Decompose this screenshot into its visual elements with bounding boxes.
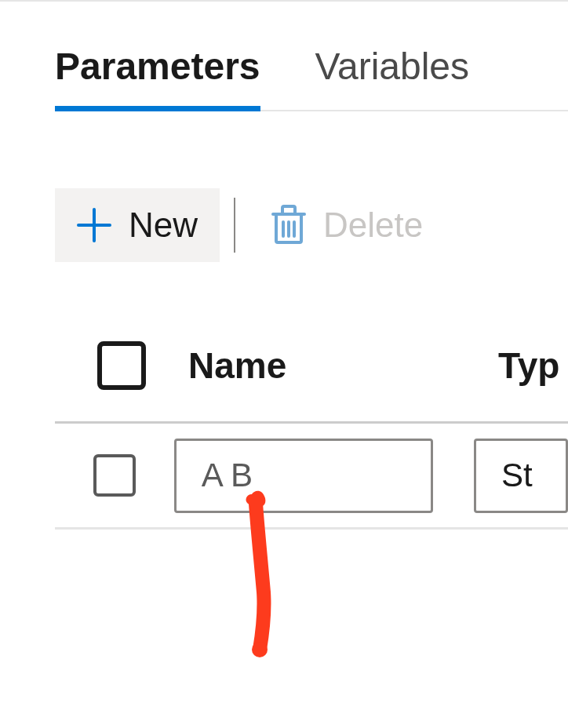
- row-checkbox[interactable]: [93, 454, 136, 497]
- toolbar: New Delete: [55, 188, 445, 262]
- top-divider: [0, 0, 568, 2]
- parameter-type-input[interactable]: [474, 439, 568, 513]
- svg-rect-7: [282, 206, 295, 214]
- header-checkbox-col: [55, 341, 188, 390]
- parameter-name-input[interactable]: [174, 439, 433, 513]
- row-checkbox-col: [55, 454, 174, 497]
- trash-icon: [271, 205, 306, 246]
- delete-button-label: Delete: [323, 206, 423, 245]
- tab-parameters[interactable]: Parameters: [55, 35, 260, 110]
- delete-button[interactable]: Delete: [249, 188, 445, 262]
- plus-icon: [77, 208, 111, 242]
- new-button-label: New: [129, 206, 198, 245]
- type-cell: [450, 439, 568, 513]
- toolbar-separator: [234, 198, 235, 253]
- parameters-table: Name Typ: [55, 310, 568, 530]
- table-header: Name Typ: [55, 310, 568, 424]
- header-type[interactable]: Typ: [498, 344, 568, 387]
- tab-variables[interactable]: Variables: [315, 35, 470, 110]
- table-row: [55, 424, 568, 530]
- header-name[interactable]: Name: [188, 344, 498, 387]
- name-cell: [174, 439, 450, 513]
- svg-point-8: [252, 642, 268, 657]
- new-button[interactable]: New: [55, 188, 220, 262]
- tabs-container: Parameters Variables: [55, 35, 568, 111]
- select-all-checkbox[interactable]: [97, 341, 146, 390]
